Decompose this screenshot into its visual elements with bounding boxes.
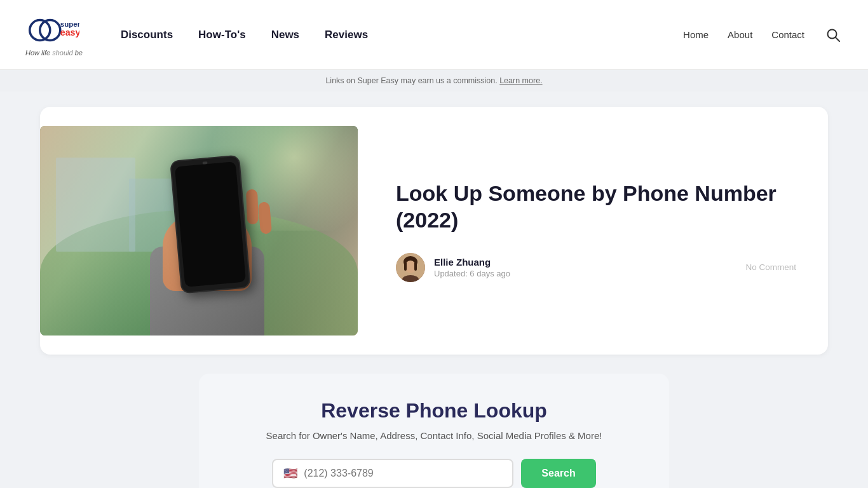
header-left: super easy How life should be Discounts … <box>25 13 368 57</box>
logo-svg: super easy <box>29 13 79 48</box>
widget-card: Reverse Phone Lookup Search for Owner's … <box>199 374 669 488</box>
search-button[interactable] <box>824 25 843 44</box>
author-name: Ellie Zhuang <box>434 257 510 268</box>
widget-title: Reverse Phone Lookup <box>231 399 637 423</box>
author-details: Ellie Zhuang Updated: 6 days ago <box>434 257 510 278</box>
site-header: super easy How life should be Discounts … <box>0 0 868 70</box>
nav-reviews[interactable]: Reviews <box>325 29 368 41</box>
disclaimer-bar: Links on Super Easy may earn us a commis… <box>0 70 868 92</box>
author-left: Ellie Zhuang Updated: 6 days ago <box>396 253 510 282</box>
author-updated: Updated: 6 days ago <box>434 269 510 278</box>
nav-contact[interactable]: Contact <box>771 29 804 40</box>
nav-discounts[interactable]: Discounts <box>121 29 173 41</box>
avatar <box>396 253 425 282</box>
phone-scene <box>40 126 358 336</box>
avatar-image <box>396 253 425 282</box>
search-icon <box>826 28 840 42</box>
flag-icon: 🇺🇸 <box>283 466 297 480</box>
svg-text:super: super <box>60 20 79 28</box>
svg-line-5 <box>836 37 839 41</box>
phone-input-wrapper: 🇺🇸 <box>272 459 513 488</box>
logo-area[interactable]: super easy How life should be <box>25 13 83 57</box>
widget-search-row: 🇺🇸 Search <box>231 459 637 488</box>
nav-news[interactable]: News <box>271 29 299 41</box>
article-title: Look Up Someone by Phone Number (2022) <box>396 180 796 234</box>
header-right: Home About Contact <box>683 25 843 44</box>
svg-text:easy: easy <box>60 27 79 37</box>
article-info: Look Up Someone by Phone Number (2022) <box>396 180 796 282</box>
article-image <box>40 126 358 336</box>
no-comment: No Comment <box>745 262 796 272</box>
svg-rect-9 <box>404 262 407 271</box>
learn-more-link[interactable]: Learn more. <box>499 76 542 85</box>
nav-howtos[interactable]: How-To's <box>198 29 246 41</box>
logo-tagline: How life should be <box>25 49 83 57</box>
phone-input[interactable] <box>304 468 502 479</box>
nav-about[interactable]: About <box>728 29 752 40</box>
nav-home[interactable]: Home <box>683 29 709 40</box>
article-card: Look Up Someone by Phone Number (2022) <box>40 107 828 355</box>
author-row: Ellie Zhuang Updated: 6 days ago No Comm… <box>396 253 796 282</box>
main-content: Look Up Someone by Phone Number (2022) <box>21 107 847 488</box>
logo-icon: super easy <box>29 13 79 48</box>
search-submit-button[interactable]: Search <box>521 459 595 488</box>
svg-rect-10 <box>414 262 417 271</box>
main-nav: Discounts How-To's News Reviews <box>121 29 368 41</box>
widget-subtitle: Search for Owner's Name, Address, Contac… <box>231 430 637 441</box>
